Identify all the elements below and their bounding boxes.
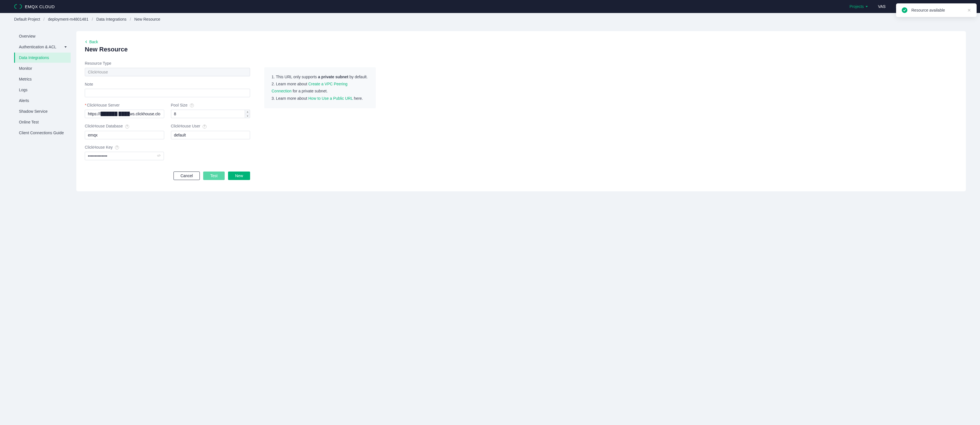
- test-button[interactable]: Test: [203, 172, 225, 180]
- form-section: Back New Resource Resource Type Note *Cl…: [85, 40, 250, 180]
- sidebar-item-logs[interactable]: Logs: [14, 85, 71, 95]
- breadcrumb: Default Project / deployment-m4801481 / …: [0, 13, 980, 25]
- check-circle-icon: [902, 7, 907, 13]
- chevron-down-icon: [865, 6, 868, 7]
- breadcrumb-project[interactable]: Default Project: [14, 17, 40, 21]
- sidebar-item-shadow[interactable]: Shadow Service: [14, 106, 71, 116]
- sidebar-item-connections-guide[interactable]: Client Connections Guide: [14, 128, 71, 138]
- pool-input[interactable]: [171, 110, 245, 118]
- public-url-link[interactable]: How to Use a Public URL: [308, 96, 353, 100]
- info-line-3: 3. Learn more about How to Use a Public …: [272, 95, 369, 102]
- sidebar: Overview Authentication & ACL Data Integ…: [14, 31, 71, 191]
- button-row: Cancel Test New: [85, 172, 250, 180]
- pool-steppers: [245, 110, 250, 118]
- breadcrumb-separator: /: [130, 17, 131, 21]
- note-input[interactable]: [85, 89, 250, 97]
- new-button[interactable]: New: [228, 172, 250, 180]
- key-input[interactable]: [85, 152, 164, 160]
- main-layout: Overview Authentication & ACL Data Integ…: [0, 25, 980, 203]
- resource-type-input: [85, 68, 250, 76]
- db-input[interactable]: [85, 131, 164, 139]
- help-icon[interactable]: ?: [190, 103, 194, 107]
- nav-projects[interactable]: Projects: [850, 4, 868, 9]
- pool-step-down[interactable]: [245, 114, 250, 118]
- breadcrumb-separator: /: [92, 17, 93, 21]
- help-icon[interactable]: ?: [125, 125, 129, 129]
- sidebar-item-monitor[interactable]: Monitor: [14, 63, 71, 73]
- breadcrumb-section[interactable]: Data Integrations: [96, 17, 127, 21]
- server-input[interactable]: [85, 110, 164, 118]
- chevron-up-icon: [247, 111, 248, 113]
- breadcrumb-page: New Resource: [134, 17, 160, 21]
- back-label: Back: [89, 40, 98, 44]
- nav-vas[interactable]: VAS: [878, 4, 886, 9]
- pool-label: Pool Size ?: [171, 103, 250, 107]
- page-title: New Resource: [85, 46, 250, 53]
- content-card: Back New Resource Resource Type Note *Cl…: [76, 31, 966, 191]
- key-label: ClickHouse Key ?: [85, 145, 164, 150]
- breadcrumb-deployment[interactable]: deployment-m4801481: [48, 17, 88, 21]
- nav-projects-label: Projects: [850, 4, 864, 9]
- close-icon[interactable]: ✕: [967, 8, 971, 13]
- user-input[interactable]: [171, 131, 250, 139]
- help-icon[interactable]: ?: [115, 145, 119, 150]
- cancel-button[interactable]: Cancel: [173, 172, 200, 180]
- eye-off-icon[interactable]: [157, 153, 161, 159]
- chevron-left-icon: [85, 40, 88, 43]
- info-line-2: 2. Learn more about Create a VPC Peering…: [272, 81, 369, 95]
- toast-message: Resource available: [912, 8, 963, 13]
- brand-logo[interactable]: EMQX CLOUD: [14, 4, 55, 10]
- chevron-down-icon: [64, 46, 67, 48]
- sidebar-item-online-test[interactable]: Online Test: [14, 117, 71, 127]
- resource-type-label: Resource Type: [85, 61, 250, 65]
- server-label: *ClickHouse Server: [85, 103, 164, 107]
- user-label: ClickHouse User ?: [171, 124, 250, 128]
- info-line-1: 1. This URL only supports a private subn…: [272, 73, 369, 81]
- back-link[interactable]: Back: [85, 40, 250, 44]
- chevron-down-icon: [247, 116, 248, 117]
- sidebar-item-data-integrations[interactable]: Data Integrations: [14, 53, 71, 63]
- sidebar-item-alerts[interactable]: Alerts: [14, 96, 71, 106]
- svg-point-0: [16, 4, 17, 5]
- db-label: ClickHouse Database ?: [85, 124, 164, 128]
- help-icon[interactable]: ?: [203, 125, 207, 129]
- brand-text: EMQX CLOUD: [25, 4, 55, 9]
- sidebar-item-metrics[interactable]: Metrics: [14, 74, 71, 84]
- breadcrumb-separator: /: [43, 17, 45, 21]
- sidebar-item-label: Authentication & ACL: [19, 45, 56, 49]
- info-panel: 1. This URL only supports a private subn…: [264, 67, 376, 108]
- note-label: Note: [85, 82, 250, 86]
- sidebar-item-overview[interactable]: Overview: [14, 31, 71, 41]
- toast-notification: Resource available ✕: [896, 3, 977, 17]
- pool-step-up[interactable]: [245, 110, 250, 114]
- sidebar-item-auth[interactable]: Authentication & ACL: [14, 42, 71, 52]
- topbar: EMQX CLOUD Projects VAS Subaccounts Bill…: [0, 0, 980, 13]
- logo-icon: [14, 4, 22, 10]
